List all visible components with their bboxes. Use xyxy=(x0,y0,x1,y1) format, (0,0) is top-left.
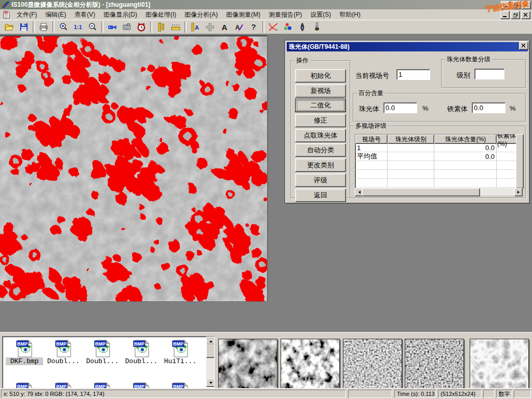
vertical-caliper-icon[interactable] xyxy=(154,20,168,34)
vscroll-up-arrow-icon[interactable] xyxy=(206,337,215,345)
toolbar-separator xyxy=(33,21,35,33)
file-name[interactable]: Doubl... xyxy=(123,357,160,365)
multiview-table[interactable]: 视场号 珠光体级别 珠光体含量(%) 铁素体含量(%) 1 0.0 平均值 0.… xyxy=(355,134,517,189)
table-row[interactable]: 平均值 0.0 xyxy=(355,152,516,161)
grid-cross-icon[interactable] xyxy=(203,20,217,34)
table-vscrollbar[interactable] xyxy=(516,134,524,189)
timer-clock-icon[interactable] xyxy=(134,20,149,34)
menu-settings[interactable]: 设置(S) xyxy=(306,10,335,20)
menu-edit[interactable]: 编辑(E) xyxy=(41,10,70,20)
file-name[interactable]: HuiTi... xyxy=(162,357,199,365)
pearlite-percent-input[interactable] xyxy=(383,102,417,113)
rate-button[interactable]: 评级 xyxy=(295,174,346,187)
status-bar: x: 510 y: 79 idx: 0 RGB: (174, 174, 174)… xyxy=(0,388,532,399)
capture-camera-icon[interactable] xyxy=(119,20,134,34)
ferrite-percent-input[interactable] xyxy=(472,102,506,113)
dialog-title-bar[interactable]: 珠光体(GB/T9441-88) xyxy=(287,42,528,51)
sample-thumbnail-4[interactable] xyxy=(405,339,464,389)
file-item[interactable] xyxy=(45,381,82,389)
text-a-icon[interactable]: A xyxy=(217,20,232,34)
vscroll-thumb[interactable] xyxy=(206,344,215,358)
level-input[interactable] xyxy=(474,69,504,79)
menu-view[interactable]: 查看(V) xyxy=(70,10,99,20)
menu-image-measure[interactable]: 图像测量(M) xyxy=(222,10,264,20)
file-item[interactable]: Doubl... xyxy=(123,339,160,365)
edit-text-icon[interactable]: A xyxy=(232,20,246,34)
zoom-out-icon[interactable] xyxy=(85,20,100,34)
color-classify-icon[interactable]: 3 xyxy=(281,20,295,34)
file-item[interactable] xyxy=(84,381,121,389)
new-field-button[interactable]: 新视场 xyxy=(295,84,346,98)
table-row-empty xyxy=(355,161,516,170)
save-floppy-icon[interactable] xyxy=(17,20,31,34)
actual-size-icon[interactable]: 1:1 xyxy=(71,20,85,34)
spline-curve-icon[interactable] xyxy=(266,20,281,34)
horizontal-ruler-icon[interactable] xyxy=(168,20,183,34)
mdi-close-button[interactable] xyxy=(521,11,530,19)
minimize-button[interactable] xyxy=(501,1,510,9)
cell-field: 平均值 xyxy=(355,152,388,161)
video-camera-icon[interactable] xyxy=(105,20,119,34)
menu-image-process[interactable]: 图像处理(I) xyxy=(141,10,180,20)
close-button[interactable] xyxy=(522,1,531,9)
mdi-restore-button[interactable] xyxy=(511,11,520,19)
change-class-button[interactable]: 更改类别 xyxy=(295,158,346,172)
dialog-close-icon[interactable] xyxy=(519,42,528,50)
hscroll-thumb[interactable] xyxy=(362,188,480,196)
metallographic-image[interactable] xyxy=(0,35,267,301)
correct-button[interactable]: 修正 xyxy=(295,114,346,127)
file-item[interactable]: Doubl... xyxy=(84,339,121,365)
operation-group-title: 操作 xyxy=(295,57,310,64)
binarize-button[interactable]: 二值化 xyxy=(295,99,346,112)
pearlite-label: 珠光体 xyxy=(359,104,379,114)
menu-image-display[interactable]: 图像显示(D) xyxy=(99,10,141,20)
menu-help[interactable]: 帮助(H) xyxy=(335,10,365,20)
mdi-minimize-button[interactable] xyxy=(500,11,510,19)
file-item[interactable]: DKF.bmp xyxy=(6,339,43,365)
filelist-vscrollbar[interactable] xyxy=(206,337,214,387)
menu-image-analysis[interactable]: 图像分析(A) xyxy=(180,10,222,20)
svg-text:A: A xyxy=(195,24,199,31)
vscroll-down-arrow-icon[interactable] xyxy=(206,379,215,387)
measure-label-icon[interactable]: A xyxy=(188,20,203,34)
sample-thumbnail-2[interactable] xyxy=(281,339,340,389)
pen-nib-icon[interactable] xyxy=(295,20,310,34)
file-name[interactable]: Doubl... xyxy=(45,357,82,365)
table-row[interactable]: 1 0.0 xyxy=(355,143,516,152)
table-hscrollbar[interactable] xyxy=(355,188,523,195)
hscroll-right-arrow-icon[interactable] xyxy=(514,188,523,196)
header-pearlite-grade[interactable]: 珠光体级别 xyxy=(388,135,434,144)
init-button[interactable]: 初始化 xyxy=(295,69,346,83)
header-ferrite-content[interactable]: 铁素体含量(%) xyxy=(497,135,517,144)
file-item[interactable] xyxy=(6,381,43,389)
header-field-no[interactable]: 视场号 xyxy=(355,135,388,144)
file-item[interactable]: Doubl... xyxy=(45,339,82,365)
current-view-input[interactable] xyxy=(396,69,430,80)
file-item[interactable] xyxy=(162,381,199,389)
auto-classify-button[interactable]: 自动分类 xyxy=(295,143,346,157)
file-item[interactable] xyxy=(123,381,160,389)
header-pearlite-content[interactable]: 珠光体含量(%) xyxy=(434,135,497,144)
printer-icon[interactable] xyxy=(36,20,51,34)
restore-button[interactable] xyxy=(511,1,521,9)
pick-pearlite-button[interactable]: 点取珠光体 xyxy=(295,129,346,142)
svg-text:1:1: 1:1 xyxy=(74,24,82,30)
file-name[interactable]: Doubl... xyxy=(84,357,121,365)
brush-icon[interactable] xyxy=(310,20,324,34)
menu-measure-report[interactable]: 测量报告(P) xyxy=(264,10,306,20)
percent-group: 百分含量 珠光体 % 铁素体 % xyxy=(353,93,526,122)
sample-thumbnail-3[interactable] xyxy=(343,339,402,389)
help-question-icon[interactable]: ? xyxy=(246,20,261,34)
return-button[interactable]: 返回 xyxy=(295,189,346,202)
time-panel: Time (s): 0.113 xyxy=(394,390,436,398)
open-folder-icon[interactable] xyxy=(2,20,17,34)
sample-thumbnail-1[interactable] xyxy=(218,339,277,389)
file-item[interactable]: HuiTi... xyxy=(162,339,199,365)
cell-ferrite xyxy=(497,152,517,161)
zoom-in-icon[interactable] xyxy=(56,20,71,34)
sample-thumbnail-5[interactable] xyxy=(470,339,529,389)
menu-file[interactable]: 文件(F) xyxy=(12,10,41,20)
workspace: 珠光体(GB/T9441-88) 操作 初始化 新视场 二值化 修正 点取珠光体… xyxy=(0,34,532,331)
file-browser[interactable]: DKF.bmp Doubl... Doubl... Doubl... HuiTi… xyxy=(2,336,215,389)
file-name[interactable]: DKF.bmp xyxy=(6,357,43,365)
